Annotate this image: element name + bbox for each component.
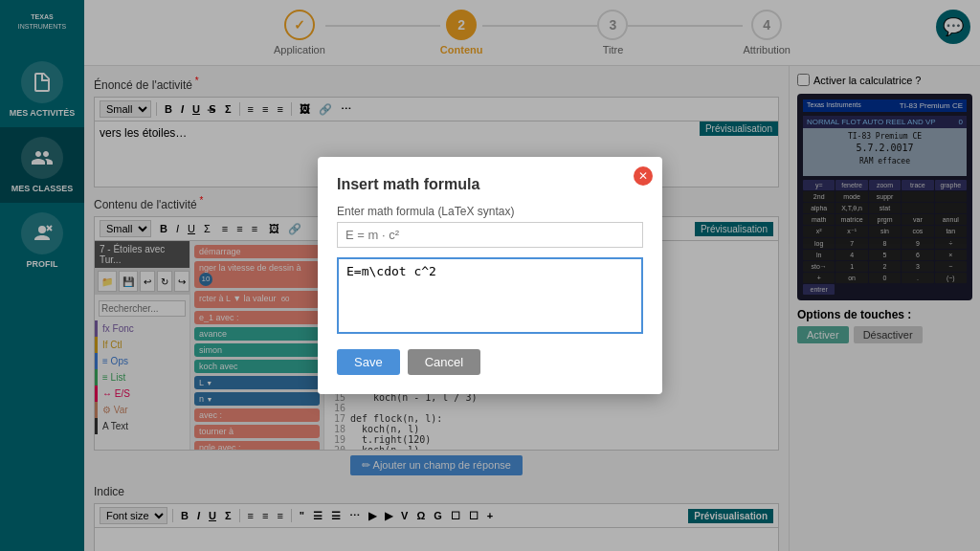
modal-close-button[interactable]: ✕ <box>634 166 653 186</box>
modal-title: Insert math formula <box>337 176 643 193</box>
insert-math-modal: Insert math formula ✕ Enter math formula… <box>318 157 662 394</box>
modal-cancel-button[interactable]: Cancel <box>408 349 480 375</box>
modal-save-button[interactable]: Save <box>337 349 400 375</box>
modal-actions: Save Cancel <box>337 349 643 375</box>
modal-latex-input[interactable]: E=m\cdot c^2 <box>337 257 643 334</box>
modal-field-label: Enter math formula (LaTeX syntax) <box>337 205 643 218</box>
modal-placeholder-input[interactable] <box>337 222 643 248</box>
modal-overlay: Insert math formula ✕ Enter math formula… <box>0 0 980 551</box>
